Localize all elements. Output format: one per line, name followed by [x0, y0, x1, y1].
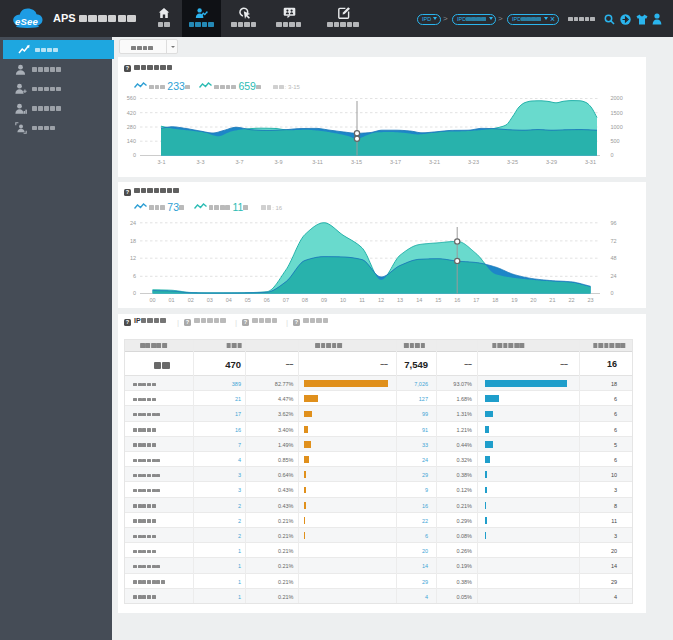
svg-text:1000: 1000 [611, 124, 623, 130]
svg-text:23: 23 [587, 297, 593, 303]
svg-text:24: 24 [611, 273, 617, 279]
svg-text:500: 500 [611, 138, 620, 144]
svg-text:00: 00 [150, 297, 156, 303]
svg-text:48: 48 [611, 255, 617, 261]
svg-text:3-21: 3-21 [429, 159, 440, 165]
svg-text:12: 12 [130, 255, 136, 261]
svg-text:13: 13 [397, 297, 403, 303]
svg-text:3-31: 3-31 [585, 159, 596, 165]
svg-text:21: 21 [549, 297, 555, 303]
svg-text:10: 10 [340, 297, 346, 303]
svg-text:2000: 2000 [611, 96, 623, 101]
svg-text:05: 05 [245, 297, 251, 303]
svg-text:0: 0 [611, 152, 614, 158]
svg-text:07: 07 [283, 297, 289, 303]
svg-text:09: 09 [321, 297, 327, 303]
svg-text:3-1: 3-1 [158, 159, 166, 165]
svg-text:11: 11 [359, 297, 365, 303]
svg-text:3-25: 3-25 [507, 159, 518, 165]
svg-text:24: 24 [130, 220, 136, 226]
svg-text:16: 16 [454, 297, 460, 303]
svg-text:22: 22 [568, 297, 574, 303]
svg-text:04: 04 [226, 297, 232, 303]
svg-text:3-11: 3-11 [312, 159, 323, 165]
svg-text:18: 18 [130, 238, 136, 244]
svg-text:0: 0 [133, 290, 136, 296]
svg-text:140: 140 [127, 138, 136, 144]
svg-text:560: 560 [127, 96, 136, 101]
svg-text:3-17: 3-17 [390, 159, 401, 165]
svg-text:3-29: 3-29 [546, 159, 557, 165]
svg-text:420: 420 [127, 110, 136, 116]
svg-text:20: 20 [530, 297, 536, 303]
svg-text:03: 03 [207, 297, 213, 303]
svg-text:1500: 1500 [611, 110, 623, 116]
svg-text:02: 02 [188, 297, 194, 303]
svg-text:18: 18 [492, 297, 498, 303]
svg-text:01: 01 [169, 297, 175, 303]
svg-text:15: 15 [435, 297, 441, 303]
svg-text:17: 17 [473, 297, 479, 303]
svg-text:14: 14 [416, 297, 422, 303]
svg-text:72: 72 [611, 238, 617, 244]
svg-text:12: 12 [378, 297, 384, 303]
svg-text:3-3: 3-3 [197, 159, 205, 165]
svg-text:3-9: 3-9 [275, 159, 283, 165]
svg-text:96: 96 [611, 220, 617, 226]
svg-text:06: 06 [264, 297, 270, 303]
svg-text:08: 08 [302, 297, 308, 303]
svg-text:3-23: 3-23 [468, 159, 479, 165]
svg-text:3-7: 3-7 [236, 159, 244, 165]
svg-text:19: 19 [511, 297, 517, 303]
svg-text:280: 280 [127, 124, 136, 130]
svg-text:3-15: 3-15 [351, 159, 362, 165]
svg-text:0: 0 [611, 290, 614, 296]
svg-text:6: 6 [133, 273, 136, 279]
svg-text:0: 0 [133, 152, 136, 158]
